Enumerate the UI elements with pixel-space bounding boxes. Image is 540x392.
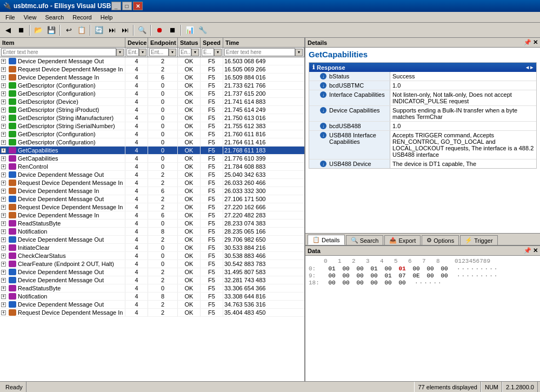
- table-row[interactable]: + Notification 4 8 OK F5 28.235 065 166: [0, 228, 304, 236]
- filter-endpoint[interactable]: ▾: [148, 48, 178, 57]
- table-row[interactable]: + ReadStatusByte 4 0 OK F5 33.306 654 36…: [0, 284, 304, 293]
- expand-icon[interactable]: +: [1, 140, 6, 145]
- expand-icon[interactable]: +: [1, 302, 6, 307]
- filter-item-input[interactable]: [1, 48, 116, 56]
- tb-settings[interactable]: 🔧: [197, 24, 209, 36]
- tab-search[interactable]: 🔍 Search: [346, 235, 384, 245]
- table-row[interactable]: + GetDescriptor (String iProduct) 4 0 OK…: [0, 106, 304, 114]
- table-row[interactable]: + Request Device Dependent Message In 4 …: [0, 203, 304, 211]
- tb-find[interactable]: 🔍: [136, 24, 148, 36]
- filter-time-input[interactable]: [224, 48, 295, 56]
- expand-icon[interactable]: +: [1, 59, 6, 64]
- tab-export[interactable]: 📤 Export: [384, 235, 421, 245]
- expand-icon[interactable]: +: [1, 189, 6, 194]
- expand-icon[interactable]: +: [1, 294, 6, 299]
- table-row[interactable]: + Device Dependent Message Out 4 2 OK F5…: [0, 195, 304, 203]
- tab-trigger[interactable]: ⚡ Trigger: [460, 235, 497, 245]
- expand-icon[interactable]: +: [1, 229, 6, 234]
- maximize-button[interactable]: □: [122, 2, 132, 10]
- expand-icon[interactable]: +: [1, 164, 6, 169]
- table-row[interactable]: + GetDescriptor (Configuration) 4 0 OK F…: [0, 90, 304, 98]
- tb-fwd2[interactable]: ⏭: [119, 24, 131, 36]
- expand-icon[interactable]: +: [1, 91, 6, 96]
- tb-refresh[interactable]: 🔄: [93, 24, 105, 36]
- table-row[interactable]: + Device Dependent Message Out 4 2 OK F5…: [0, 276, 304, 284]
- expand-icon[interactable]: +: [1, 278, 6, 283]
- expand-icon[interactable]: +: [1, 213, 6, 218]
- table-row[interactable]: + Request Device Dependent Message In 4 …: [0, 179, 304, 187]
- expand-icon[interactable]: +: [1, 108, 6, 112]
- expand-icon[interactable]: +: [1, 237, 6, 242]
- tb-rec[interactable]: ⏺: [154, 24, 165, 36]
- table-row[interactable]: + Request Device Dependent Message In 4 …: [0, 65, 304, 74]
- expand-icon[interactable]: +: [1, 156, 6, 161]
- menu-search[interactable]: Search: [41, 13, 68, 22]
- filter-time[interactable]: ▾: [223, 48, 304, 57]
- expand-icon[interactable]: +: [1, 116, 6, 121]
- filter-status-btn[interactable]: ▾: [191, 49, 199, 56]
- table-row[interactable]: + InitiateClear 4 0 OK F5 30.533 884 216: [0, 244, 304, 252]
- tb-undo[interactable]: ↩: [63, 24, 75, 36]
- expand-icon[interactable]: +: [1, 181, 6, 185]
- tab-details[interactable]: 📋 Details: [308, 235, 345, 245]
- table-row[interactable]: + Device Dependent Message Out 4 2 OK F5…: [0, 57, 304, 65]
- expand-icon[interactable]: +: [1, 221, 6, 226]
- table-row[interactable]: + RenControl 4 0 OK F5 21.784 608 883: [0, 163, 304, 171]
- tb-save[interactable]: 💾: [45, 24, 57, 36]
- table-row[interactable]: + Request Device Dependent Message In 4 …: [0, 309, 304, 317]
- expand-icon[interactable]: +: [1, 83, 6, 88]
- table-row[interactable]: + ClearFeature (Endpoint 2 OUT, Halt) 4 …: [0, 260, 304, 268]
- table-row[interactable]: + Device Dependent Message In 4 6 OK F5 …: [0, 211, 304, 220]
- table-row[interactable]: + Device Dependent Message In 4 6 OK F5 …: [0, 74, 304, 82]
- collapse-arrows[interactable]: ◂ ▸: [526, 64, 533, 70]
- table-row[interactable]: + Device Dependent Message In 4 6 OK F5 …: [0, 187, 304, 195]
- tb-copy[interactable]: 📋: [76, 24, 88, 36]
- expand-icon[interactable]: +: [1, 254, 6, 258]
- expand-icon[interactable]: +: [1, 245, 6, 250]
- filter-item[interactable]: ▾: [0, 48, 125, 57]
- expand-icon[interactable]: +: [1, 99, 6, 104]
- table-row[interactable]: + Notification 4 8 OK F5 33.308 644 816: [0, 293, 304, 301]
- filter-device-input[interactable]: [126, 48, 139, 56]
- table-row[interactable]: + CheckClearStatus 4 0 OK F5 30.538 883 …: [0, 252, 304, 260]
- table-row[interactable]: + Device Dependent Message Out 4 2 OK F5…: [0, 236, 304, 244]
- tb-stop2[interactable]: ⏹: [166, 24, 178, 36]
- pin-button[interactable]: 📌 ✕: [524, 39, 538, 46]
- tb-open[interactable]: 📂: [32, 24, 44, 36]
- tab-options[interactable]: ⚙ Options: [422, 235, 459, 245]
- expand-icon[interactable]: +: [1, 75, 6, 80]
- menu-view[interactable]: View: [19, 13, 41, 22]
- filter-status[interactable]: ▾: [178, 48, 201, 57]
- filter-time-btn[interactable]: ▾: [295, 49, 303, 56]
- filter-speed[interactable]: ▾: [201, 48, 223, 57]
- data-pin-button[interactable]: 📌 ✕: [524, 247, 538, 254]
- menu-help[interactable]: Help: [96, 13, 117, 22]
- tb-fwd[interactable]: ⏭: [106, 24, 118, 36]
- tb-back[interactable]: ◀: [2, 24, 14, 36]
- close-button[interactable]: ✕: [133, 2, 143, 10]
- table-row[interactable]: + GetDescriptor (Configuration) 4 0 OK F…: [0, 138, 304, 147]
- table-row[interactable]: + Device Dependent Message Out 4 2 OK F5…: [0, 268, 304, 276]
- filter-speed-input[interactable]: [202, 48, 214, 56]
- expand-icon[interactable]: +: [1, 67, 6, 72]
- expand-icon[interactable]: +: [1, 132, 6, 137]
- table-row[interactable]: + Device Dependent Message Out 4 2 OK F5…: [0, 171, 304, 179]
- tb-chart[interactable]: 📊: [184, 24, 196, 36]
- table-row[interactable]: + GetCapabilities 4 0 OK F5 21.776 610 3…: [0, 155, 304, 163]
- filter-device-btn[interactable]: ▾: [139, 49, 146, 56]
- table-row[interactable]: + GetDescriptor (Configuration) 4 0 OK F…: [0, 130, 304, 138]
- table-row[interactable]: + GetDescriptor (Device) 4 0 OK F5 21.74…: [0, 98, 304, 106]
- expand-icon[interactable]: +: [1, 286, 6, 291]
- filter-item-btn[interactable]: ▾: [116, 49, 124, 56]
- filter-endpoint-btn[interactable]: ▾: [169, 49, 176, 56]
- expand-icon[interactable]: +: [1, 148, 6, 153]
- table-row[interactable]: + GetDescriptor (Configuration) 4 0 OK F…: [0, 82, 304, 90]
- table-row[interactable]: + GetCapabilities 4 0 OK F5 21.768 611 1…: [0, 147, 304, 155]
- expand-icon[interactable]: +: [1, 124, 6, 129]
- expand-icon[interactable]: +: [1, 310, 6, 315]
- expand-icon[interactable]: +: [1, 197, 6, 202]
- minimize-button[interactable]: _: [111, 2, 121, 10]
- menu-file[interactable]: File: [1, 13, 19, 22]
- filter-status-input[interactable]: [179, 48, 191, 56]
- expand-icon[interactable]: +: [1, 262, 6, 267]
